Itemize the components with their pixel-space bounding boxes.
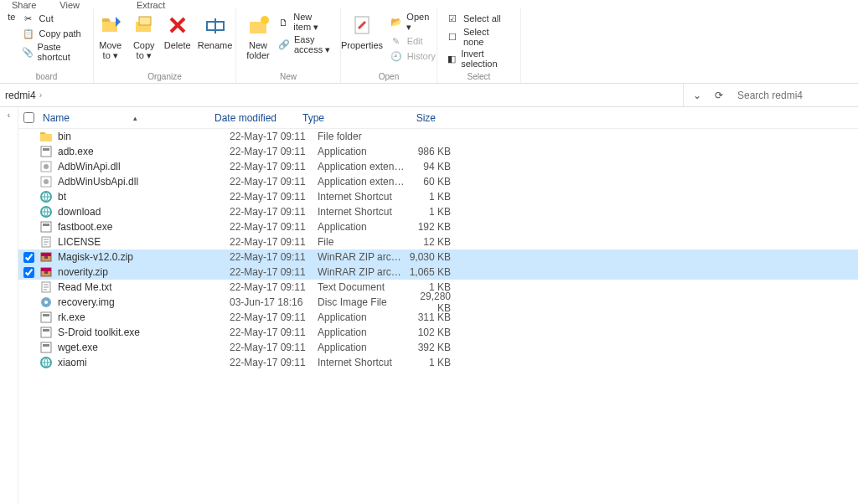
select-all-button[interactable]: ☑Select all [446,12,512,25]
exe-icon [39,145,53,158]
file-size: 311 KB [406,311,456,323]
file-row[interactable]: noverity.zip22-May-17 09:11WinRAR ZIP ar… [18,265,858,280]
breadcrumb[interactable]: redmi4 › [0,84,684,106]
address-tools: ⌄ ⟳ [684,87,732,104]
file-type: WinRAR ZIP archive [318,266,406,278]
file-row[interactable]: bin22-May-17 09:11File folder [18,129,858,144]
file-size: 102 KB [406,327,456,338]
row-checkbox[interactable] [23,252,34,263]
paste-button[interactable]: te [5,10,18,23]
file-row[interactable]: rk.exe22-May-17 09:11Application311 KB [18,310,858,325]
file-row[interactable]: LICENSE22-May-17 09:11File12 KB [18,234,858,249]
copy-path-button[interactable]: 📋Copy path [22,27,85,40]
ribbon-group-clipboard: te ✂Cut 📋Copy path 📎Paste shortcut board [0,8,94,83]
move-to-button[interactable]: Move to ▾ [94,10,127,62]
cut-button[interactable]: ✂Cut [22,12,85,25]
svg-rect-0 [102,22,117,32]
zip-icon [39,250,53,264]
svg-rect-37 [41,327,51,337]
file-row[interactable]: AdbWinUsbApi.dll22-May-17 09:11Applicati… [18,174,858,189]
properties-button[interactable]: Properties [338,10,385,52]
file-date: 22-May-17 09:11 [230,357,318,368]
move-icon [97,12,124,39]
file-date: 22-May-17 09:11 [230,146,318,157]
select-all-checkbox[interactable] [23,112,34,123]
file-size: 9,030 KB [406,251,456,263]
file-type: Internet Shortcut [318,191,406,203]
file-size: 12 KB [406,236,456,248]
open-icon: 📂 [390,16,403,29]
file-row[interactable]: adb.exe22-May-17 09:11Application986 KB [18,144,858,159]
edit-icon: ✎ [390,34,403,48]
file-name: bt [58,191,230,203]
file-size: 94 KB [406,161,456,172]
tab-view[interactable]: View [48,0,91,8]
file-date: 22-May-17 09:11 [230,266,318,278]
column-header-date[interactable]: Date modified [214,112,302,124]
file-type: File [318,236,406,248]
file-row[interactable]: S-Droid toolkit.exe22-May-17 09:11Applic… [18,325,858,340]
breadcrumb-folder[interactable]: redmi4 [5,90,36,101]
collapse-nav-icon[interactable]: ‹ [8,111,10,504]
file-name: download [58,206,230,218]
new-folder-button[interactable]: New folder [241,10,275,62]
file-name: rk.exe [58,311,230,323]
dropdown-history-button[interactable]: ⌄ [689,87,706,104]
svg-rect-9 [41,147,51,157]
exe-icon [39,220,53,234]
file-row[interactable]: Magisk-v12.0.zip22-May-17 09:11WinRAR ZI… [18,249,858,265]
tab-share[interactable]: Share [0,0,48,8]
address-bar-row: redmi4 › ⌄ ⟳ [0,84,858,107]
select-none-button[interactable]: ☐Select none [446,27,512,47]
search-input[interactable] [732,86,858,105]
ribbon-tabs: Share View Extract [0,0,858,8]
file-size: 1 KB [406,357,456,368]
file-type: Application [318,342,406,353]
file-row[interactable]: recovery.img03-Jun-17 18:16Disc Image Fi… [18,295,858,310]
svg-rect-2 [139,17,151,25]
file-row[interactable]: wget.exe22-May-17 09:11Application392 KB [18,340,858,355]
file-name: Magisk-v12.0.zip [58,251,230,263]
file-row[interactable]: fastboot.exe22-May-17 09:11Application19… [18,219,858,234]
file-date: 22-May-17 09:11 [230,251,318,263]
svg-point-34 [44,301,48,304]
paste-shortcut-button[interactable]: 📎Paste shortcut [22,42,85,62]
history-button: 🕘History [390,49,437,63]
file-name: noverity.zip [58,266,230,278]
open-button[interactable]: 📂Open ▾ [390,12,437,33]
svg-rect-28 [44,271,48,274]
exe-icon [39,341,53,354]
column-header-name[interactable]: Name▴ [43,112,214,124]
file-date: 22-May-17 09:11 [230,236,318,248]
rename-button[interactable]: Rename [194,10,236,52]
file-name: wget.exe [58,342,230,353]
svg-rect-8 [40,134,52,141]
invert-selection-button[interactable]: ◧Invert selection [446,49,512,69]
refresh-button[interactable]: ⟳ [711,87,727,104]
column-header-type[interactable]: Type [302,112,390,124]
file-date: 22-May-17 09:11 [230,311,318,323]
file-date: 22-May-17 09:11 [230,191,318,203]
file-size: 986 KB [406,146,456,157]
file-row[interactable]: AdbWinApi.dll22-May-17 09:11Application … [18,159,858,174]
path-icon: 📋 [22,27,35,40]
file-name: Read Me.txt [58,281,230,293]
easy-access-button[interactable]: 🔗Easy access ▾ [278,34,332,55]
group-label-clipboard: board [0,72,93,81]
column-header-size[interactable]: Size [390,112,441,124]
svg-point-12 [44,164,49,169]
tab-extract[interactable]: Extract [125,0,177,8]
main-body: ‹ Name▴ Date modified Type Size bin22-Ma… [0,107,858,504]
new-item-button[interactable]: 🗋New item ▾ [278,12,332,33]
file-name: xiaomi [58,357,230,368]
exe-icon [39,326,53,339]
copy-to-button[interactable]: Copy to ▾ [127,10,161,62]
svg-rect-10 [43,148,49,151]
file-name: S-Droid toolkit.exe [58,327,230,338]
folder-icon [39,130,53,143]
file-row[interactable]: download22-May-17 09:11Internet Shortcut… [18,204,858,219]
delete-button[interactable]: Delete [161,10,194,52]
file-row[interactable]: bt22-May-17 09:11Internet Shortcut1 KB [18,189,858,204]
file-row[interactable]: xiaomi22-May-17 09:11Internet Shortcut1 … [18,355,858,370]
row-checkbox[interactable] [23,267,34,278]
